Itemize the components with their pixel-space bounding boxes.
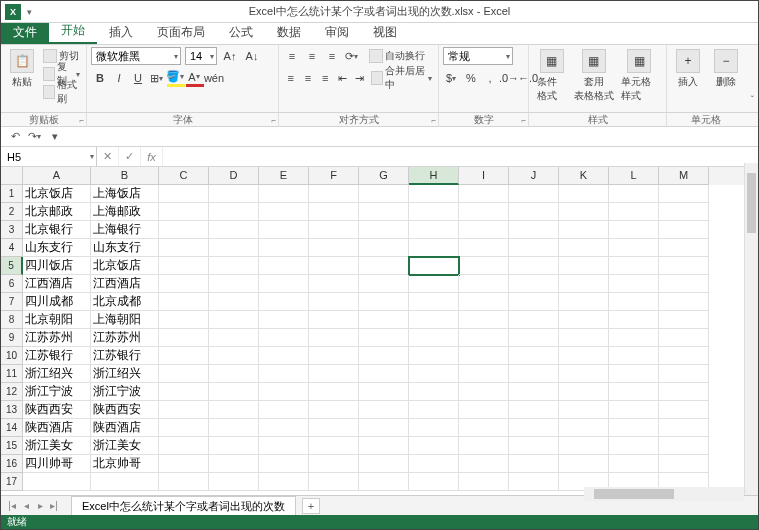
sheet-nav-next[interactable]: ▸ [33, 500, 47, 511]
cell-J11[interactable] [509, 365, 559, 383]
tab-data[interactable]: 数据 [265, 21, 313, 44]
cell-B5[interactable]: 北京饭店 [91, 257, 159, 275]
cell-I9[interactable] [459, 329, 509, 347]
cell-K14[interactable] [559, 419, 609, 437]
cell-E16[interactable] [259, 455, 309, 473]
cell-K10[interactable] [559, 347, 609, 365]
col-header-C[interactable]: C [159, 167, 209, 185]
cell-G2[interactable] [359, 203, 409, 221]
enter-formula-button[interactable]: ✓ [119, 147, 141, 166]
col-header-I[interactable]: I [459, 167, 509, 185]
cell-D7[interactable] [209, 293, 259, 311]
cell-A17[interactable] [23, 473, 91, 491]
cell-E14[interactable] [259, 419, 309, 437]
cell-M1[interactable] [659, 185, 709, 203]
cell-K6[interactable] [559, 275, 609, 293]
cell-M14[interactable] [659, 419, 709, 437]
cell-E5[interactable] [259, 257, 309, 275]
cell-M9[interactable] [659, 329, 709, 347]
cell-H10[interactable] [409, 347, 459, 365]
cell-M13[interactable] [659, 401, 709, 419]
row-header-15[interactable]: 15 [1, 437, 23, 455]
row-header-10[interactable]: 10 [1, 347, 23, 365]
cell-K5[interactable] [559, 257, 609, 275]
cell-E9[interactable] [259, 329, 309, 347]
cell-L1[interactable] [609, 185, 659, 203]
cell-F14[interactable] [309, 419, 359, 437]
tab-file[interactable]: 文件 [1, 21, 49, 44]
cell-F7[interactable] [309, 293, 359, 311]
cell-I13[interactable] [459, 401, 509, 419]
qat-dropdown-icon[interactable]: ▾ [27, 7, 32, 17]
orientation-button[interactable]: ⟳▾ [343, 47, 361, 65]
cell-A14[interactable]: 陕西酒店 [23, 419, 91, 437]
cell-C9[interactable] [159, 329, 209, 347]
cell-A7[interactable]: 四川成都 [23, 293, 91, 311]
cancel-formula-button[interactable]: ✕ [97, 147, 119, 166]
cell-H15[interactable] [409, 437, 459, 455]
cell-B3[interactable]: 上海银行 [91, 221, 159, 239]
cell-H14[interactable] [409, 419, 459, 437]
cell-L10[interactable] [609, 347, 659, 365]
cell-C6[interactable] [159, 275, 209, 293]
select-all-corner[interactable] [1, 167, 23, 185]
cell-H1[interactable] [409, 185, 459, 203]
cell-H8[interactable] [409, 311, 459, 329]
cell-G1[interactable] [359, 185, 409, 203]
cell-F13[interactable] [309, 401, 359, 419]
cell-I3[interactable] [459, 221, 509, 239]
cell-G12[interactable] [359, 383, 409, 401]
cell-G7[interactable] [359, 293, 409, 311]
cell-L2[interactable] [609, 203, 659, 221]
cell-E3[interactable] [259, 221, 309, 239]
cell-D12[interactable] [209, 383, 259, 401]
cell-A11[interactable]: 浙江绍兴 [23, 365, 91, 383]
cell-E4[interactable] [259, 239, 309, 257]
sheet-tab-active[interactable]: Excel中怎么统计某个字或者词出现的次数 [71, 496, 296, 516]
format-as-table-button[interactable]: ▦套用 表格格式 [575, 47, 613, 105]
row-header-11[interactable]: 11 [1, 365, 23, 383]
cell-D10[interactable] [209, 347, 259, 365]
decrease-indent-button[interactable]: ⇤ [335, 69, 350, 87]
cell-L12[interactable] [609, 383, 659, 401]
cell-M8[interactable] [659, 311, 709, 329]
collapse-ribbon-button[interactable]: ˇ [751, 95, 754, 106]
cell-B14[interactable]: 陕西酒店 [91, 419, 159, 437]
cell-C12[interactable] [159, 383, 209, 401]
cell-I10[interactable] [459, 347, 509, 365]
cell-C8[interactable] [159, 311, 209, 329]
row-header-4[interactable]: 4 [1, 239, 23, 257]
cell-C1[interactable] [159, 185, 209, 203]
cell-K2[interactable] [559, 203, 609, 221]
col-header-L[interactable]: L [609, 167, 659, 185]
undo-button[interactable]: ↶ [7, 129, 23, 145]
cell-D3[interactable] [209, 221, 259, 239]
cell-G15[interactable] [359, 437, 409, 455]
cell-B10[interactable]: 江苏银行 [91, 347, 159, 365]
cell-B9[interactable]: 江苏苏州 [91, 329, 159, 347]
row-header-8[interactable]: 8 [1, 311, 23, 329]
col-header-K[interactable]: K [559, 167, 609, 185]
cell-I8[interactable] [459, 311, 509, 329]
cell-C2[interactable] [159, 203, 209, 221]
cell-H17[interactable] [409, 473, 459, 491]
row-header-13[interactable]: 13 [1, 401, 23, 419]
align-middle-button[interactable]: ≡ [303, 47, 321, 65]
row-header-3[interactable]: 3 [1, 221, 23, 239]
cell-B8[interactable]: 上海朝阳 [91, 311, 159, 329]
cell-I15[interactable] [459, 437, 509, 455]
cell-K4[interactable] [559, 239, 609, 257]
cell-J2[interactable] [509, 203, 559, 221]
cell-M2[interactable] [659, 203, 709, 221]
cell-F15[interactable] [309, 437, 359, 455]
cell-B12[interactable]: 浙江宁波 [91, 383, 159, 401]
cell-J13[interactable] [509, 401, 559, 419]
cell-E12[interactable] [259, 383, 309, 401]
cell-K7[interactable] [559, 293, 609, 311]
align-left-button[interactable]: ≡ [283, 69, 298, 87]
cell-A6[interactable]: 江西酒店 [23, 275, 91, 293]
cell-E11[interactable] [259, 365, 309, 383]
cell-A9[interactable]: 江苏苏州 [23, 329, 91, 347]
cell-I12[interactable] [459, 383, 509, 401]
cell-L4[interactable] [609, 239, 659, 257]
